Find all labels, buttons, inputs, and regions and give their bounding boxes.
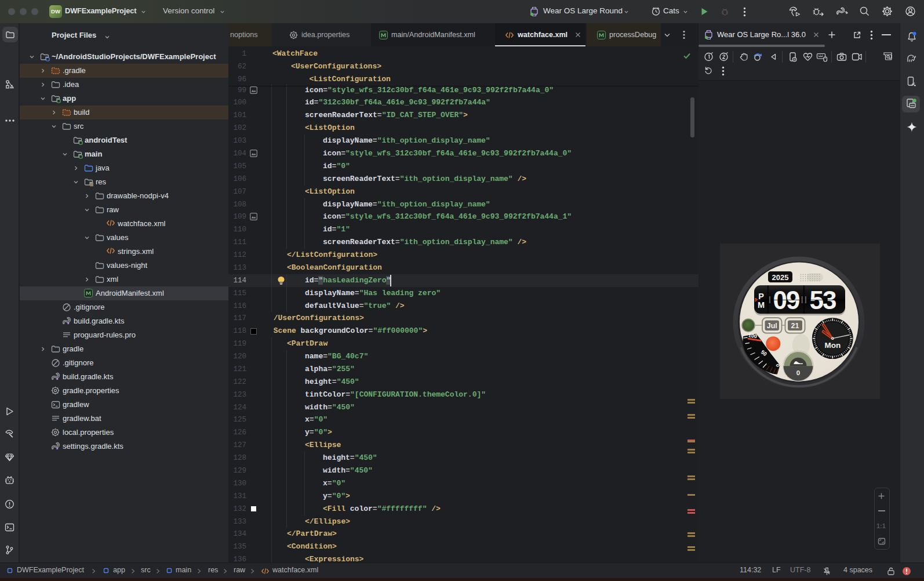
svg-text:P: P (758, 292, 764, 301)
svg-text:2025: 2025 (772, 273, 789, 282)
svg-text:0: 0 (796, 369, 800, 376)
svg-text:Jul: Jul (767, 322, 777, 330)
svg-text:Mon: Mon (824, 341, 841, 350)
svg-text:21: 21 (791, 322, 799, 330)
svg-text:M: M (758, 300, 765, 310)
